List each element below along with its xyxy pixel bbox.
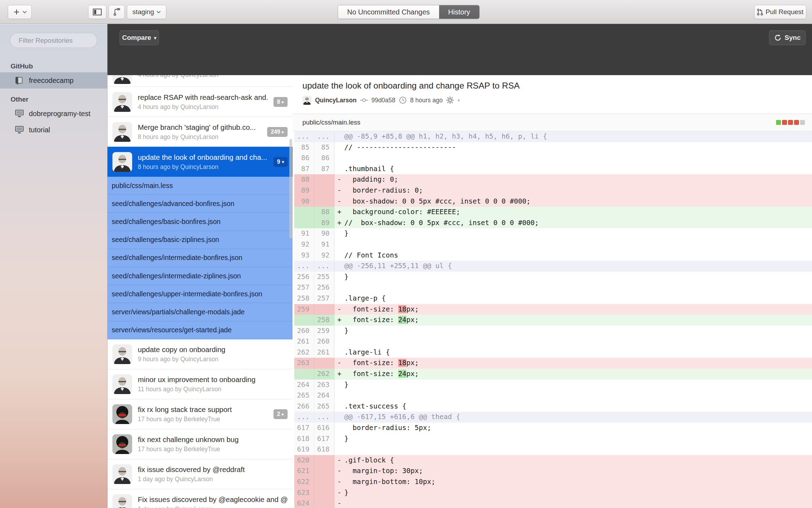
diffstat-block <box>788 120 793 125</box>
avatar <box>112 464 132 484</box>
new-line-number <box>314 174 334 185</box>
diff-code: @@ -85,9 +85,8 @@ h1, h2, h3, h4, h5, h6… <box>334 131 812 142</box>
sidebar-item-tutorial[interactable]: tutorial <box>0 122 107 138</box>
old-line-number <box>294 315 314 326</box>
diff-sign <box>334 131 344 142</box>
filter-repositories-input[interactable] <box>10 33 97 48</box>
old-line-number: 86 <box>294 153 314 164</box>
commit-detail-panel: update the look of onboarding and change… <box>293 75 812 508</box>
commit-row[interactable]: fix next challenge unknown bug17 hours a… <box>107 429 293 459</box>
diff-text: box-shadow: 0 0 5px #ccc, inset 0 0 0 #0… <box>344 196 530 207</box>
commit-row[interactable]: update the look of onboarding and cha...… <box>107 147 293 177</box>
diff-text: } <box>344 272 349 283</box>
new-line-number: ... <box>314 261 334 272</box>
old-line-number: 256 <box>294 272 314 283</box>
commit-files-badge[interactable]: 2▸ <box>273 409 288 419</box>
changed-file-row[interactable]: seed/challenges/intermediate-ziplines.js… <box>107 267 293 285</box>
old-line-number: 617 <box>294 423 314 434</box>
diff-code: - font-size: 18px; <box>334 304 812 315</box>
old-line-number: 260 <box>294 326 314 337</box>
sidebar-item-freecodecamp[interactable]: freecodecamp <box>0 72 107 89</box>
commit-row[interactable]: replace RSAP with read-search-ask and...… <box>107 87 293 117</box>
changed-file-row[interactable]: seed/challenges/upper-intermediate-bonfi… <box>107 285 293 303</box>
diff-text: font-size: 24px; <box>344 369 419 380</box>
new-line-number: 257 <box>314 293 334 304</box>
diff-sign: + <box>334 207 344 218</box>
diff-sign <box>334 423 344 434</box>
new-line-number <box>314 358 334 369</box>
diff-code: -.gif-block { <box>334 455 812 466</box>
sidebar-toggle-icon <box>93 8 102 16</box>
changed-file-row[interactable]: seed/challenges/basic-ziplines.json <box>107 231 293 249</box>
changed-file-row[interactable]: seed/challenges/basic-bonfires.json <box>107 213 293 231</box>
diff-code: + font-size: 24px; <box>334 369 812 380</box>
diff-line-ctx: 260259} <box>293 326 812 337</box>
commit-message: Fix issues discovered by @eaglecookie an… <box>138 495 288 504</box>
diff-sign <box>334 380 344 391</box>
diff-sign: - <box>334 477 344 488</box>
sidebar-section-label: GitHub <box>11 62 107 70</box>
badge-count: 249 <box>271 129 280 135</box>
commit-row[interactable]: fix rx long stack trace support17 hours … <box>107 399 293 429</box>
commit-files-badge[interactable]: 8▸ <box>273 97 288 107</box>
diff-sign: - <box>334 174 344 185</box>
old-line-number <box>294 207 314 218</box>
diff-sign <box>334 250 344 261</box>
dropdown-arrow-icon[interactable]: ▾ <box>457 98 460 103</box>
new-branch-button[interactable] <box>109 5 125 19</box>
commit-row[interactable]: fix issue discovered by @reddraft1 day a… <box>107 459 293 489</box>
pull-request-icon <box>757 8 763 16</box>
book-icon <box>15 76 24 85</box>
new-line-number: 256 <box>314 282 334 293</box>
diff-text: @@ -85,9 +85,8 @@ h1, h2, h3, h4, h5, h6… <box>344 131 547 142</box>
commit-row[interactable]: 4 hours ago by QuincyLarson <box>107 75 293 87</box>
diff-code: - box-shadow: 0 0 5px #ccc, inset 0 0 0 … <box>334 196 812 207</box>
sync-button[interactable]: Sync <box>769 30 806 45</box>
tab-no-uncommitted-changes[interactable]: No Uncommitted Changes <box>338 5 439 19</box>
diff-line-ctx: 9190} <box>293 228 812 239</box>
diff-text: .text-success { <box>344 401 406 412</box>
add-repository-button[interactable] <box>8 5 32 19</box>
changed-file-row[interactable]: server/views/partials/challenge-modals.j… <box>107 303 293 321</box>
commit-files-badge[interactable]: 9▾ <box>273 157 288 167</box>
branch-selector[interactable]: staging <box>127 5 166 19</box>
repositories-sidebar: GitHubfreecodecampOtherdobreprogramy-tes… <box>0 24 107 508</box>
diff-text: font-size: 18px; <box>344 358 419 369</box>
pull-request-button[interactable]: Pull Request <box>754 5 806 19</box>
changed-file-path: seed/challenges/intermediate-bonfires.js… <box>112 254 242 262</box>
sidebar-item-dobreprogramy-test[interactable]: dobreprogramy-test <box>0 105 107 122</box>
toggle-sidebar-button[interactable] <box>88 5 106 19</box>
commit-list-scrollbar[interactable] <box>289 139 292 238</box>
diff-code: } <box>334 326 812 337</box>
commit-row[interactable]: Fix issues discovered by @eaglecookie an… <box>107 489 293 508</box>
commit-row[interactable]: minor ux improvement to onboarding11 hou… <box>107 369 293 399</box>
commit-message: update copy on onboarding <box>138 345 288 354</box>
commit-files-badge[interactable]: 249▸ <box>267 127 288 137</box>
commit-row[interactable]: Merge branch 'staging' of github.co...8 … <box>107 117 293 147</box>
badge-count: 8 <box>277 99 280 105</box>
diff-code: - border-radius: 0; <box>334 185 812 196</box>
commit-row[interactable]: update copy on onboarding9 hours ago by … <box>107 339 293 369</box>
new-line-number: 90 <box>314 228 334 239</box>
changed-file-path: server/views/resources/get-started.jade <box>112 326 232 334</box>
avatar <box>112 434 132 454</box>
changed-file-row[interactable]: server/views/resources/get-started.jade <box>107 321 293 339</box>
diff-code <box>334 282 812 293</box>
badge-count: 9 <box>277 159 280 165</box>
changed-file-row[interactable]: seed/challenges/advanced-bonfires.json <box>107 195 293 213</box>
changed-file-row[interactable]: public/css/main.less <box>107 177 293 195</box>
tab-history[interactable]: History <box>439 5 479 19</box>
diff-line-ctx: 9291 <box>293 239 812 250</box>
diff-text: padding: 0; <box>344 174 398 185</box>
diff-text: margin-bottom: 10px; <box>344 477 435 488</box>
old-line-number: 619 <box>294 444 314 455</box>
compare-button[interactable]: Compare ▾ <box>119 30 159 45</box>
diff-code: } <box>334 380 812 391</box>
gear-icon[interactable] <box>446 96 454 104</box>
old-line-number: 257 <box>294 282 314 293</box>
new-line-number: ... <box>314 131 334 142</box>
new-line-number <box>314 455 334 466</box>
diff-sign <box>334 326 344 337</box>
new-line-number: 618 <box>314 444 334 455</box>
changed-file-row[interactable]: seed/challenges/intermediate-bonfires.js… <box>107 249 293 267</box>
